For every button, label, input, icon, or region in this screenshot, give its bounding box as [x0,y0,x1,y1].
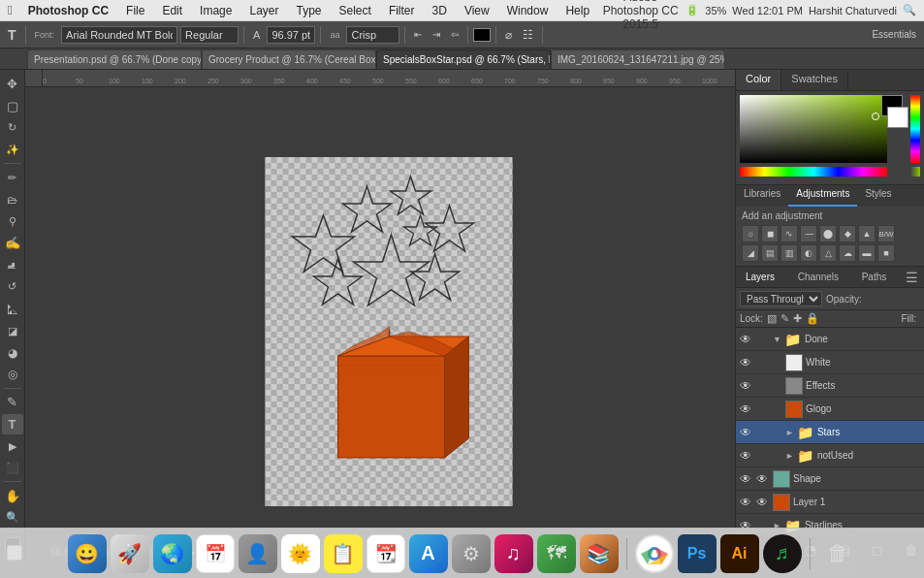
adj-gradient-map-icon[interactable]: ▬ [858,244,876,262]
menu-layer[interactable]: Layer [243,2,284,19]
tab-swatches[interactable]: Swatches [781,70,848,90]
font-style-input[interactable] [180,26,239,44]
font-size-input[interactable] [267,26,315,44]
color-picker-area[interactable] [740,95,920,180]
tab-channels[interactable]: Channels [790,269,846,285]
menu-file[interactable]: File [120,2,150,19]
eraser-tool[interactable]: ⛡ [2,299,23,320]
dock-ibooks[interactable]: 📚 [580,534,619,573]
layer-item[interactable]: 👁👁Layer 1 [736,491,924,514]
tab-layers[interactable]: Layers [738,269,782,285]
menu-photoshop[interactable]: Photoshop CC [22,2,114,19]
layer-visibility-toggle[interactable]: 👁 [740,426,753,439]
dock-ical[interactable]: 📆 [366,534,405,573]
layer-visibility-toggle[interactable]: 👁 [740,472,753,486]
apple-logo[interactable]:  [8,3,13,17]
eyedropper-tool[interactable]: 🗁 [2,189,23,210]
tab-adjustments[interactable]: Adjustments [788,185,857,207]
bg-color-box[interactable] [887,107,908,128]
lock-all-icon[interactable]: 🔒 [806,312,819,325]
text-color-swatch[interactable] [473,28,491,42]
adj-channel-mixer-icon[interactable]: ▤ [761,244,779,262]
lock-image-icon[interactable]: ✎ [781,312,789,325]
stamp-tool[interactable]: ⛸ [2,255,23,276]
menu-window[interactable]: Window [501,2,555,19]
tab-color[interactable]: Color [736,70,781,90]
layer-item[interactable]: 👁👁Shape [736,467,924,491]
history-brush-tool[interactable]: ↺ [2,276,23,298]
dock-notes[interactable]: 📋 [324,534,363,573]
dock-photoshop[interactable]: Ps [678,534,717,573]
layer-visibility-toggle2[interactable]: 👁 [756,472,770,486]
dock-contacts[interactable]: 👤 [239,534,277,573]
canvas-container[interactable] [43,87,735,541]
align-left-icon[interactable]: ⇤ [410,27,426,42]
text-tool[interactable]: T [2,414,23,435]
search-icon[interactable]: 🔍 [903,4,916,16]
dock-trash[interactable]: 🗑 [818,534,857,573]
menu-select[interactable]: Select [334,2,377,19]
layer-visibility-toggle2[interactable] [756,356,770,369]
dock-itunes[interactable]: ♫ [494,534,533,573]
adj-photo-filter-icon[interactable]: ◢ [742,244,759,262]
dock-maps[interactable]: 🗺 [537,534,576,573]
layer-item[interactable]: 👁 ▼📁Done [736,328,924,351]
tab-1[interactable]: Grocery Product @ 16.7% (Cereal Box c...… [202,49,376,69]
adj-exposure-icon[interactable]: ⸻ [800,225,817,242]
character-panel-icon[interactable]: ☷ [519,26,537,44]
marquee-tool[interactable]: ▢ [2,96,23,117]
layer-visibility-toggle2[interactable] [756,426,770,439]
layer-visibility-toggle[interactable]: 👁 [740,356,753,369]
dock-chrome[interactable] [635,534,674,573]
layers-menu-btn[interactable]: ☰ [902,270,922,285]
adj-levels-icon[interactable]: ◼ [761,225,779,242]
dock-illustrator[interactable]: Ai [720,534,759,573]
vertical-color-strip[interactable] [910,95,920,163]
dock-spotify[interactable]: ♬ [763,534,802,573]
hue-strip[interactable] [740,167,887,177]
menu-help[interactable]: Help [559,2,595,19]
antialiasing-select[interactable] [346,26,399,44]
dock-launchpad[interactable]: 🚀 [111,534,149,573]
layer-visibility-toggle[interactable]: 👁 [740,496,753,509]
alpha-strip[interactable] [910,167,920,177]
adj-hsl-icon[interactable]: ◆ [839,225,856,242]
adj-threshold-icon[interactable]: ☁ [839,244,856,262]
layer-item[interactable]: 👁 Effects [736,374,924,398]
type-tool-icon[interactable]: T [4,25,20,45]
tab-0[interactable]: Presentation.psd @ 66.7% (Done copy... × [27,49,202,69]
layer-visibility-toggle[interactable]: 👁 [740,402,753,416]
pen-tool[interactable]: ✎ [2,392,23,413]
lock-transparent-icon[interactable]: ▧ [767,312,777,325]
lasso-tool[interactable]: ↻ [2,117,23,139]
menu-view[interactable]: View [459,2,495,19]
blend-mode-select[interactable]: Pass Through [740,291,822,306]
layer-visibility-toggle2[interactable] [756,333,770,346]
hand-tool[interactable]: ✋ [2,485,23,506]
layer-visibility-toggle2[interactable] [756,402,770,416]
adj-selective-color-icon[interactable]: ■ [877,244,895,262]
adj-posterize-icon[interactable]: △ [819,244,837,262]
menu-image[interactable]: Image [194,2,238,19]
lock-position-icon[interactable]: ✚ [793,312,802,325]
adj-curves-icon[interactable]: ∿ [781,225,798,242]
layer-item[interactable]: 👁 ►📁notUsed [736,444,924,467]
menu-3d[interactable]: 3D [427,2,453,19]
tab-libraries[interactable]: Libraries [736,185,788,207]
adj-vibrance-icon[interactable]: ⬤ [819,225,837,242]
dodge-tool[interactable]: ◎ [2,365,23,386]
layer-expand-arrow[interactable]: ► [785,428,794,437]
dock-calendar[interactable]: 📅 [196,534,235,573]
layer-visibility-toggle2[interactable]: 👁 [756,496,770,509]
blur-tool[interactable]: ◕ [2,342,23,364]
layer-visibility-toggle2[interactable] [756,379,770,393]
layer-item[interactable]: 👁 Glogo [736,398,924,421]
tab-paths[interactable]: Paths [854,269,895,285]
zoom-tool[interactable]: 🔍 [2,507,23,529]
warp-text-icon[interactable]: ⌀ [501,26,516,44]
align-right-icon[interactable]: ⇦ [447,27,462,42]
healing-tool[interactable]: ⚲ [2,210,23,232]
color-gradient[interactable] [740,95,887,163]
dock-appstore[interactable]: A [409,534,448,573]
dock-safari[interactable]: 🌏 [153,534,192,573]
